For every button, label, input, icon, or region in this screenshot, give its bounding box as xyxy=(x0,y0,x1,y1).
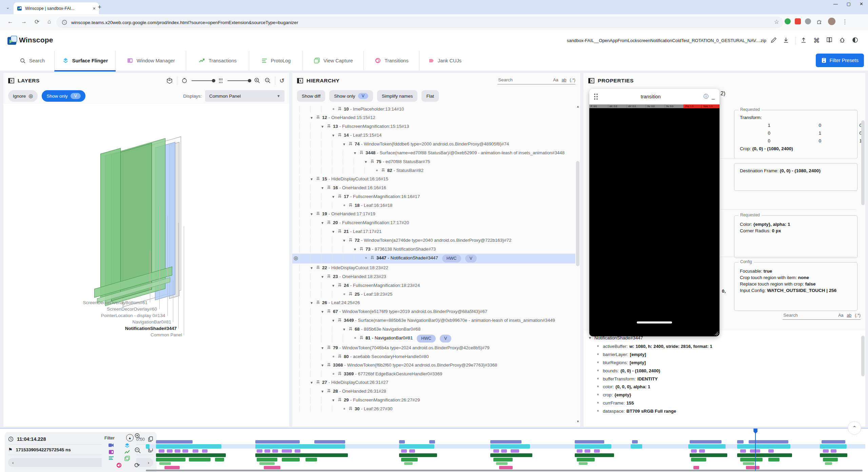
tree-node[interactable]: 30-Leaf:26:27#30 xyxy=(292,405,575,413)
timeline-segment-screen-recording[interactable] xyxy=(632,440,638,444)
timeline-segment-screen-recording[interactable] xyxy=(575,440,604,444)
tree-node[interactable]: ▼73-8736138 NotificationShade#73 xyxy=(292,245,575,254)
tree-node[interactable]: ▼74-WindowToken{fdddbe6 type=2000 androi… xyxy=(292,140,575,149)
timeline-segment-window-manager[interactable] xyxy=(282,449,292,453)
resize-handle[interactable] xyxy=(714,331,718,335)
bookmark-star-icon[interactable]: ☆ xyxy=(774,18,779,25)
timeline-segment-window-manager[interactable] xyxy=(193,449,198,453)
property-row[interactable]: currFrame:155 xyxy=(588,399,865,407)
tree-node[interactable]: ▼27-HideDisplayCutout:26:31#27 xyxy=(292,378,575,387)
collapse-filter-icon[interactable]: ▲ xyxy=(126,434,134,441)
property-row[interactable]: color:(0, 0, 0), alpha: 1 xyxy=(588,383,865,391)
window-maximize-icon[interactable]: ▢ xyxy=(847,1,851,6)
tree-node[interactable]: ▼28-OneHanded:26:31#28 xyxy=(292,387,575,396)
timeline-segment-protolog[interactable] xyxy=(740,458,763,461)
timeline-segment-window-manager[interactable] xyxy=(768,449,774,453)
hierarchy-show-only-button[interactable]: Show only V xyxy=(329,90,373,102)
protolog-filter-icon[interactable] xyxy=(108,456,114,460)
timeline-segment-surface-flinger[interactable] xyxy=(156,444,221,449)
timeline-segment-surface-flinger[interactable] xyxy=(737,444,790,449)
shortcuts-icon[interactable]: ⌘ xyxy=(813,37,820,44)
ignore-button[interactable]: Ignore ◎ xyxy=(8,90,38,102)
timeline-reset-zoom-icon[interactable]: ⟳ xyxy=(134,461,141,469)
timeline-segment-window-manager[interactable] xyxy=(295,449,300,453)
timeline-segment-view-capture[interactable] xyxy=(404,462,413,465)
timeline-segment-view-capture[interactable] xyxy=(259,462,275,465)
timeline-segment-window-manager[interactable] xyxy=(691,449,697,453)
simplify-names-button[interactable]: Simplify names xyxy=(377,90,418,102)
timeline-segment-window-manager[interactable] xyxy=(740,449,746,453)
timeline-cursor[interactable] xyxy=(755,431,756,471)
edit-pencil-icon[interactable] xyxy=(770,37,777,43)
layers-3d-view[interactable]: ScreenDecorOverlayBottom#61 ScreenDecorO… xyxy=(3,104,289,427)
dark-mode-icon[interactable] xyxy=(852,37,859,43)
timeline-segment-surface-flinger[interactable] xyxy=(255,444,345,449)
timeline-segment-transitions[interactable] xyxy=(746,466,760,469)
layer-label[interactable]: NavigationBar0#81 xyxy=(132,319,171,324)
tree-node[interactable]: ▼3368-WindowToken{f6b2f60 type=2024 andr… xyxy=(292,361,575,370)
hierarchy-scrollbar[interactable] xyxy=(576,161,579,266)
timeline-segment-window-manager[interactable] xyxy=(493,449,499,453)
tree-node[interactable]: ▼79-WindowToken{7046b4a type=2024 androi… xyxy=(292,343,575,352)
timeline-segment-window-manager[interactable] xyxy=(511,449,519,453)
info-icon[interactable]: ⓘ xyxy=(704,94,708,100)
timeline-segment-window-manager[interactable] xyxy=(585,449,590,453)
property-row[interactable]: bufferTransform:IDENTITY xyxy=(588,375,865,383)
flat-button[interactable]: Flat xyxy=(421,90,439,102)
report-bug-icon[interactable] xyxy=(839,37,846,43)
timeline-segment-window-manager[interactable] xyxy=(264,449,270,453)
zoom-out-icon[interactable] xyxy=(264,77,271,84)
spacing-slider[interactable] xyxy=(228,80,250,81)
extension-icon-gray[interactable] xyxy=(805,18,811,24)
timeline-segment-view-capture[interactable] xyxy=(159,462,171,465)
browser-tab[interactable]: Winscope | sandbox-FAI... × xyxy=(14,2,99,14)
timeline-zoom-in-icon[interactable] xyxy=(134,433,141,439)
tree-node[interactable]: ▼17-FullscreenMagnification:16:16#17 xyxy=(292,192,575,201)
screen-recording-filter-icon[interactable] xyxy=(108,443,114,448)
timeline-segment-protolog[interactable] xyxy=(691,458,706,461)
reload-icon[interactable]: ⟳ xyxy=(35,18,39,25)
tree-node[interactable]: ▼12-OneHanded:15:15#12 xyxy=(292,113,575,122)
timeline-segment-screen-recording[interactable] xyxy=(749,440,788,444)
tree-node[interactable]: ▼19-OneHanded:17:17#19 xyxy=(292,210,575,218)
timeline-segment-surface-flinger[interactable] xyxy=(399,444,434,449)
match-case-icon[interactable]: Aa xyxy=(553,78,558,82)
window-manager-filter-icon[interactable] xyxy=(108,450,114,454)
address-bar[interactable]: winscope.teams.x20web.corp.google.com/pr… xyxy=(56,17,783,28)
timeline-segment-window-manager[interactable] xyxy=(594,449,600,453)
show-diff-button[interactable]: Show diff xyxy=(297,90,325,102)
tree-node[interactable]: 10-ImePlaceholder:13:14#10 xyxy=(292,105,575,113)
property-row[interactable]: dataspace:BT709 sRGB Full range xyxy=(588,407,865,415)
extension-icon-green[interactable] xyxy=(785,18,791,24)
tree-node[interactable]: 81-NavigationBar0#81HWCV xyxy=(292,334,575,343)
tab-window-manager[interactable]: Window Manager xyxy=(115,51,186,70)
timeline-segment-window-manager[interactable] xyxy=(257,449,262,453)
property-row[interactable]: activeBuffer:w: 1080, h: 2400, stride: 2… xyxy=(588,342,865,351)
timeline-segment-surface-flinger[interactable] xyxy=(146,444,150,449)
extensions-puzzle-icon[interactable] xyxy=(816,19,823,25)
download-icon[interactable] xyxy=(783,37,789,43)
timeline-segment-protolog[interactable] xyxy=(577,458,595,461)
tree-node[interactable]: ▼24-FullscreenMagnification:18:23#24 xyxy=(292,281,575,290)
tree-node[interactable]: ▼16-OneHanded:16:16#16 xyxy=(292,183,575,192)
tab-search-chevron-icon[interactable]: ⌄ xyxy=(3,3,12,12)
timeline-segment-protolog[interactable] xyxy=(215,458,224,461)
timeline-segment-surface-flinger[interactable] xyxy=(688,444,726,449)
tree-node[interactable]: 3369-67726bf EdgeBackGestureHandler0#336… xyxy=(292,370,575,378)
timeline-segment-transactions[interactable] xyxy=(255,453,348,457)
forward-icon[interactable]: → xyxy=(21,18,27,25)
timeline-segment-surface-flinger[interactable] xyxy=(631,444,642,449)
tree-node[interactable]: ▼20-FullscreenMagnification:17:17#20 xyxy=(292,218,575,227)
timeline-segment-surface-flinger[interactable] xyxy=(490,444,530,449)
transactions-filter-icon[interactable] xyxy=(124,450,130,454)
timeline-segment-protolog[interactable] xyxy=(156,458,185,461)
tree-node[interactable]: ▼3448-Surface(name=ed70f88 StatusBar)/@0… xyxy=(292,149,575,157)
prev-frame-icon[interactable]: ‹ xyxy=(12,460,14,465)
timeline-segment-window-manager[interactable] xyxy=(831,449,836,453)
tree-node[interactable]: ▼3449-Surface(name=885b63e NavigationBar… xyxy=(292,316,575,325)
tree-node[interactable]: ▼22-HideDisplayCutout:18:23#22 xyxy=(292,263,575,272)
tab-protolog[interactable]: ProtoLog xyxy=(249,51,303,70)
timeline-segment-screen-recording[interactable] xyxy=(156,440,193,444)
regex-icon[interactable]: (.*) xyxy=(855,313,861,318)
hierarchy-search-input[interactable] xyxy=(497,77,550,83)
